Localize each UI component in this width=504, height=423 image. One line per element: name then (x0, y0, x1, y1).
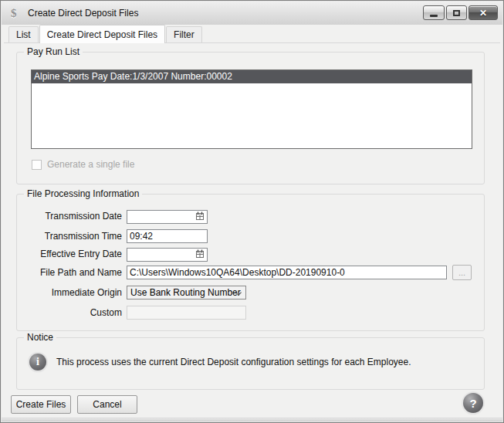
window-title: Create Direct Deposit Files (28, 8, 138, 19)
immediate-origin-label: Immediate Origin (17, 287, 127, 298)
close-icon: ✕ (479, 8, 487, 18)
file-path-input[interactable] (127, 266, 447, 279)
maximize-icon (453, 10, 460, 16)
window-controls: ✕ (423, 5, 498, 20)
help-icon[interactable]: ? (463, 393, 483, 413)
notice-row: i This process uses the current Direct D… (29, 354, 411, 371)
immediate-origin-value: Use Bank Routing Number (130, 287, 241, 298)
transmission-time-label: Transmission Time (17, 231, 127, 242)
immediate-origin-select[interactable]: Use Bank Routing Number (127, 286, 246, 299)
create-files-button[interactable]: Create Files (11, 395, 71, 414)
tab-strip: List Create Direct Deposit Files Filter (4, 25, 500, 43)
file-processing-title: File Processing Information (24, 188, 142, 199)
generate-single-file-label: Generate a single file (47, 159, 134, 170)
maximize-button[interactable] (446, 5, 467, 20)
custom-row: Custom (17, 306, 246, 320)
effective-entry-date-label: Effective Entry Date (17, 249, 127, 259)
pay-run-listbox[interactable]: Alpine Sports Pay Date:1/3/2007 Number:0… (31, 69, 472, 149)
pay-run-list-group: Pay Run List Alpine Sports Pay Date:1/3/… (16, 52, 485, 184)
minimize-button[interactable] (423, 5, 445, 20)
transmission-time-input[interactable] (127, 229, 208, 243)
custom-label: Custom (17, 307, 127, 318)
transmission-time-row: Transmission Time (17, 229, 208, 243)
minimize-icon (430, 15, 438, 17)
window-bottom-frame (2, 418, 502, 421)
file-processing-group: File Processing Information Transmission… (16, 194, 485, 331)
close-button[interactable]: ✕ (468, 5, 498, 20)
file-path-row: File Path and Name ... (17, 266, 472, 279)
calendar-icon[interactable] (195, 212, 205, 221)
tab-list[interactable]: List (8, 26, 39, 42)
generate-single-file-checkbox[interactable] (32, 160, 42, 170)
immediate-origin-row: Immediate Origin Use Bank Routing Number (17, 286, 246, 299)
generate-single-file-row: Generate a single file (32, 159, 134, 170)
browse-button[interactable]: ... (452, 265, 472, 280)
title-bar: $ Create Direct Deposit Files ✕ (2, 2, 502, 25)
transmission-date-label: Transmission Date (17, 211, 127, 222)
transmission-date-row: Transmission Date (17, 209, 208, 223)
file-path-label: File Path and Name (17, 267, 127, 278)
cancel-button[interactable]: Cancel (77, 395, 137, 414)
notice-group: Notice i This process uses the current D… (16, 337, 485, 390)
dialog-window: $ Create Direct Deposit Files ✕ List Cre… (0, 0, 504, 423)
effective-entry-date-row: Effective Entry Date (17, 247, 208, 261)
dollar-icon: $ (11, 7, 23, 20)
notice-text: This process uses the current Direct Dep… (56, 357, 411, 367)
calendar-icon[interactable] (195, 249, 205, 259)
tab-filter[interactable]: Filter (166, 26, 202, 42)
tab-create-direct-deposit-files[interactable]: Create Direct Deposit Files (39, 25, 165, 43)
pay-run-list-title: Pay Run List (24, 46, 83, 57)
custom-input[interactable] (127, 306, 246, 320)
notice-title: Notice (24, 332, 56, 343)
pay-run-list-item[interactable]: Alpine Sports Pay Date:1/3/2007 Number:0… (32, 70, 472, 83)
info-icon: i (29, 354, 46, 371)
